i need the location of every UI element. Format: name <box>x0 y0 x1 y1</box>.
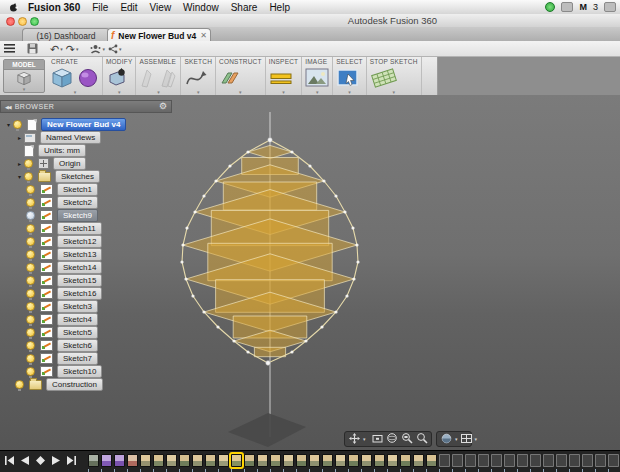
visibility-bulb-icon[interactable] <box>26 250 35 259</box>
tree-item-label[interactable]: Sketch13 <box>57 248 102 262</box>
tree-item-label[interactable]: Origin <box>53 157 86 171</box>
ribbon-group-assemble[interactable]: ASSEMBLE▾ <box>136 57 181 95</box>
tree-collapsed-arrow-icon[interactable]: ▸ <box>15 134 24 141</box>
ribbon-group-caret-icon[interactable]: ▾ <box>74 90 77 94</box>
visibility-bulb-icon[interactable] <box>26 211 35 220</box>
ribbon-group-caret-icon[interactable]: ▾ <box>392 90 395 94</box>
tree-collapsed-arrow-icon[interactable]: ▸ <box>15 160 24 167</box>
visibility-bulb-icon[interactable] <box>26 302 35 311</box>
ribbon-group-caret-icon[interactable]: ▾ <box>157 90 160 94</box>
browser-item-sketch1[interactable]: Sketch1 <box>26 183 98 196</box>
plane-icon[interactable] <box>219 67 241 89</box>
ribbon-group-inspect[interactable]: INSPECT▾ <box>266 57 303 95</box>
pan-icon[interactable] <box>349 430 360 448</box>
menu-app-name[interactable]: Fusion 360 <box>28 2 80 13</box>
redo-button[interactable]: ↷▾ <box>66 43 79 55</box>
app-menu-button[interactable] <box>4 43 15 55</box>
carousel-thumbnail[interactable] <box>348 454 359 467</box>
tree-item-label[interactable]: Sketch3 <box>57 300 98 314</box>
attached-canvas-icon[interactable] <box>305 68 329 88</box>
visibility-bulb-icon[interactable] <box>26 198 35 207</box>
visibility-bulb-icon[interactable] <box>24 172 33 181</box>
ribbon-group-stop-sketch[interactable]: STOP SKETCH▾ <box>367 57 422 95</box>
carousel-thumbnail[interactable] <box>296 454 307 467</box>
select-icon[interactable] <box>336 67 360 89</box>
tree-expanded-arrow-icon[interactable]: ▾ <box>15 173 24 180</box>
tree-item-label[interactable]: Sketch7 <box>57 352 98 366</box>
browser-item-sketch13[interactable]: Sketch13 <box>26 248 102 261</box>
carousel-thumbnail[interactable] <box>179 454 190 467</box>
tree-item-label[interactable]: Sketch10 <box>57 365 102 379</box>
tree-expanded-arrow-icon[interactable]: ▾ <box>4 121 13 128</box>
tree-item-label[interactable]: Construction <box>46 378 103 392</box>
browser-item-sketches[interactable]: ▾Sketches <box>15 170 100 183</box>
carousel-thumbnail[interactable] <box>413 454 424 467</box>
carousel-thumbnail[interactable] <box>283 454 294 467</box>
press-pull-icon[interactable] <box>106 67 128 89</box>
ribbon-group-caret-icon[interactable]: ▾ <box>316 90 319 94</box>
current-image-button[interactable] <box>36 456 45 465</box>
workspace-model-dropdown[interactable]: MODEL ▾ <box>3 59 45 93</box>
tree-item-label[interactable]: Sketch14 <box>57 261 102 275</box>
tree-item-label[interactable]: Sketch1 <box>57 183 98 197</box>
sync-status-icon[interactable] <box>545 2 555 12</box>
orbit-icon[interactable] <box>386 430 398 448</box>
carousel-thumbnail[interactable] <box>426 454 437 467</box>
window-close-button[interactable] <box>6 17 15 26</box>
visibility-bulb-icon[interactable] <box>26 237 35 246</box>
browser-item-sketch14[interactable]: Sketch14 <box>26 261 102 274</box>
ribbon-group-modify[interactable]: MODIFY▾ <box>103 57 136 95</box>
display-caret-icon[interactable]: ▾ <box>455 437 458 442</box>
carousel-thumbnail[interactable] <box>114 454 125 467</box>
ribbon-group-image[interactable]: IMAGE▾ <box>302 57 333 95</box>
visibility-bulb-icon[interactable] <box>26 367 35 376</box>
carousel-thumbnail[interactable] <box>257 454 268 467</box>
carousel-thumbnail[interactable] <box>101 454 112 467</box>
visibility-bulb-icon[interactable] <box>26 341 35 350</box>
carousel-thumbnail[interactable] <box>270 454 281 467</box>
visibility-bulb-icon[interactable] <box>26 185 35 194</box>
menu-item-file[interactable]: File <box>92 2 108 13</box>
window-minimize-button[interactable] <box>18 17 27 26</box>
browser-item-new-flower-bud-v4[interactable]: ▾New Flower Bud v4 <box>4 118 126 131</box>
carousel-thumbnail[interactable] <box>244 454 255 467</box>
carousel-thumbnail[interactable] <box>374 454 385 467</box>
browser-panel-header[interactable]: ◀◀ BROWSER ⚙ <box>0 100 172 113</box>
carousel-thumbnail[interactable] <box>192 454 203 467</box>
browser-item-sketch15[interactable]: Sketch15 <box>26 274 102 287</box>
visibility-bulb-icon[interactable] <box>26 354 35 363</box>
zoom-window-icon[interactable] <box>401 430 413 448</box>
carousel-thumbnail[interactable] <box>231 454 242 467</box>
ribbon-group-caret-icon[interactable]: ▾ <box>239 90 242 94</box>
carousel-thumbnail[interactable] <box>322 454 333 467</box>
joint-icon[interactable] <box>139 67 155 89</box>
status-edge-icon[interactable] <box>604 2 616 12</box>
ribbon-group-sketch[interactable]: SKETCH▾ <box>181 57 216 95</box>
visibility-bulb-icon[interactable] <box>24 159 33 168</box>
tree-item-label[interactable]: Named Views <box>40 131 101 145</box>
window-zoom-button[interactable] <box>30 17 39 26</box>
ribbon-group-caret-icon[interactable]: ▾ <box>282 90 285 94</box>
tree-item-label[interactable]: Units: mm <box>38 144 86 158</box>
ribbon-group-caret-icon[interactable]: ▾ <box>348 90 351 94</box>
visibility-bulb-icon[interactable] <box>26 224 35 233</box>
carousel-thumbnail[interactable] <box>153 454 164 467</box>
carousel-thumbnail[interactable] <box>335 454 346 467</box>
as-built-joint-icon[interactable] <box>159 67 177 89</box>
tree-item-label[interactable]: Sketches <box>55 170 100 184</box>
browser-item-sketch2[interactable]: Sketch2 <box>26 196 98 209</box>
carousel-thumbnail[interactable] <box>88 454 99 467</box>
menu-item-help[interactable]: Help <box>269 2 290 13</box>
carousel-thumbnail[interactable] <box>387 454 398 467</box>
zoom-icon[interactable] <box>416 430 428 448</box>
browser-gear-icon[interactable]: ⚙ <box>159 102 167 111</box>
browser-collapse-icon[interactable]: ◀◀ <box>5 104 11 110</box>
menu-item-share[interactable]: Share <box>231 2 258 13</box>
menu-item-window[interactable]: Window <box>183 2 219 13</box>
status-tray-icon[interactable] <box>561 2 573 12</box>
tree-item-label[interactable]: Sketch11 <box>57 222 102 236</box>
undo-button[interactable]: ↶▾ <box>50 43 63 55</box>
grid-caret-icon[interactable]: ▾ <box>475 437 478 442</box>
carousel-thumbnail[interactable] <box>166 454 177 467</box>
carousel-thumbnail[interactable] <box>127 454 138 467</box>
